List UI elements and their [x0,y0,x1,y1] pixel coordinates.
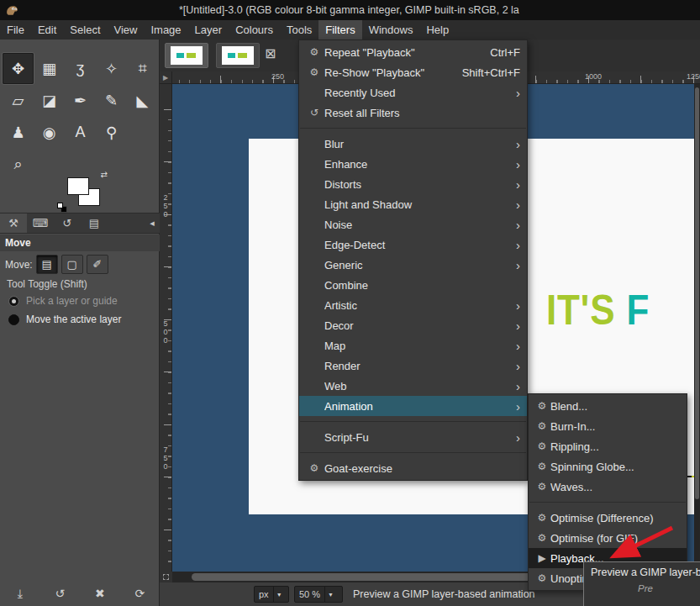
filters-item-recently-used[interactable]: Recently Used › [299,82,527,103]
animation-item-optimise-difference[interactable]: ⚙ Optimise (Difference) [529,508,687,528]
tool-rectangle-select[interactable]: ▦ [34,53,65,84]
animation-item-blend[interactable]: ⚙ Blend... [529,396,687,416]
move-path-button[interactable]: ✐ [87,255,108,274]
reset-tool-options-button[interactable]: ⟳ [130,587,149,601]
tool-eraser[interactable]: ◣ [127,85,158,116]
foreground-color-swatch[interactable] [67,177,89,195]
filters-item-reset-all[interactable]: ↺ Reset all Filters [299,103,527,123]
image-tab-2[interactable] [216,43,260,68]
menu-tools[interactable]: Tools [280,20,318,40]
toolbox-panel: ✥ ▦ ʒ ✧ ⌗ ▱ ◪ ✒ ✎ ◣ ♟ ◉ A ⚲ ⌕ ⇄ [0,40,160,606]
quickmask-icon [163,574,169,580]
zoom-select[interactable]: 50 % ▼ [294,586,343,603]
animation-item-burn-in[interactable]: ⚙ Burn-In... [529,416,687,436]
ruler-origin-button[interactable]: ▶ [160,71,172,84]
filters-item-script-fu[interactable]: Script-Fu › [299,427,527,447]
filters-item-web[interactable]: Web › [299,376,527,396]
filters-item-blur[interactable]: Blur › [299,134,527,154]
menu-layer[interactable]: Layer [188,20,229,40]
filters-item-repeat[interactable]: ⚙ Repeat "Playback" Ctrl+F [299,42,527,62]
tool-color-picker[interactable]: ⚲ [96,117,127,148]
menu-item-label: Enhance [324,158,508,171]
tool-fuzzy-select[interactable]: ✧ [96,53,127,84]
menu-file[interactable]: File [0,20,31,40]
move-layer-button[interactable]: ▤ [36,255,58,274]
default-colors-icon[interactable] [57,203,67,213]
image-tab-1[interactable] [165,43,208,68]
menu-colours[interactable]: Colours [229,20,280,40]
default-white-swatch [57,203,63,208]
tab-images[interactable]: ▤ [81,213,108,233]
animation-item-rippling[interactable]: ⚙ Rippling... [529,436,687,456]
tool-crop[interactable]: ⌗ [127,53,158,84]
filters-item-edge-detect[interactable]: Edge-Detect › [299,234,527,255]
delete-tool-preset-button[interactable]: ✖ [91,587,109,601]
filters-item-generic[interactable]: Generic › [299,255,527,275]
tool-move[interactable]: ✥ [3,53,34,84]
filters-item-noise[interactable]: Noise › [299,214,527,234]
filters-item-animation[interactable]: Animation › [299,396,527,416]
swap-colors-icon[interactable]: ⇄ [101,170,108,179]
ruler-label: 1250 [687,72,700,81]
filters-item-enhance[interactable]: Enhance › [299,154,527,174]
filters-item-render[interactable]: Render › [299,356,527,376]
selection-mode-icon: ▢ [67,258,77,271]
menu-item-label: Combine [324,279,520,292]
radio-pick-layer[interactable]: Pick a layer or guide [8,295,118,307]
move-mode-row: Move: ▤ ▢ ✐ [5,255,108,274]
menu-filters[interactable]: Filters [318,20,361,40]
tool-free-select[interactable]: ʒ [65,53,96,84]
menu-item-label: Blend... [550,400,680,413]
filters-item-artistic[interactable]: Artistic › [299,295,527,315]
filters-item-reshow[interactable]: ⚙ Re-Show "Playback" Shift+Ctrl+F [299,62,527,82]
animation-item-optimise-gif[interactable]: ⚙ Optimise (for GIF) [529,528,687,548]
tool-shear[interactable]: ▱ [3,85,34,116]
quickmask-toggle[interactable] [160,572,172,582]
filters-item-map[interactable]: Map › [299,335,527,356]
menu-edit[interactable]: Edit [31,20,63,40]
save-tool-preset-button[interactable]: ⤓ [11,587,29,601]
unit-select[interactable]: px ▼ [254,586,289,603]
dock-menu-button[interactable]: ◂ [145,213,160,233]
tooltip-text: Preview a GIMP layer-b [591,566,700,578]
close-tab-icon[interactable]: ⊠ [265,47,276,61]
zoom-value: 50 % [295,587,324,602]
tab-undo-history[interactable]: ↺ [54,213,81,233]
filters-item-distorts[interactable]: Distorts › [299,174,527,194]
tool-smudge[interactable]: ◉ [34,117,65,148]
filters-item-combine[interactable]: Combine [299,275,527,295]
move-selection-button[interactable]: ▢ [61,255,83,274]
plugin-icon: ⚙ [534,400,550,412]
tool-bucket-fill[interactable]: ◪ [34,85,65,116]
submenu-arrow-icon: › [516,178,520,191]
tool-pencil[interactable]: ✎ [96,85,127,116]
plugin-icon: ⚙ [534,532,550,544]
animation-item-waves[interactable]: ⚙ Waves... [529,477,687,497]
wand-icon: ✧ [105,60,118,78]
menu-view[interactable]: View [108,20,145,40]
submenu-arrow-icon: › [516,400,520,413]
filters-item-decor[interactable]: Decor › [299,315,527,335]
shortcut-label: Shift+Ctrl+F [462,66,520,79]
animation-item-spinning-globe[interactable]: ⚙ Spinning Globe... [529,456,687,477]
title-bar[interactable]: *[Untitled]-3.0 (RGB colour 8-bit gamma … [0,0,700,20]
tool-ink[interactable]: ✒ [65,85,96,116]
menu-windows[interactable]: Windows [362,20,420,40]
tool-clone[interactable]: ♟ [3,117,34,148]
vertical-scroll-thumb[interactable] [695,87,699,499]
menu-image[interactable]: Image [144,20,187,40]
filters-item-light-and-shadow[interactable]: Light and Shadow › [299,194,527,214]
menu-help[interactable]: Help [419,20,455,40]
radio-button-icon [8,314,19,325]
tab-tool-options[interactable]: ⚒ [0,213,27,233]
vertical-scrollbar[interactable] [694,84,700,572]
menu-select[interactable]: Select [63,20,107,40]
vertical-ruler[interactable]: 250 500 750 [160,84,172,572]
tool-zoom[interactable]: ⌕ [3,149,34,180]
tool-text[interactable]: A [65,117,96,148]
tab-device-status[interactable]: ⌨ [27,213,54,233]
menu-item-label: Reset all Filters [324,107,520,119]
restore-tool-preset-button[interactable]: ↺ [50,587,69,601]
filters-item-goat-exercise[interactable]: ⚙ Goat-exercise [299,458,527,478]
radio-move-active[interactable]: Move the active layer [8,314,121,325]
